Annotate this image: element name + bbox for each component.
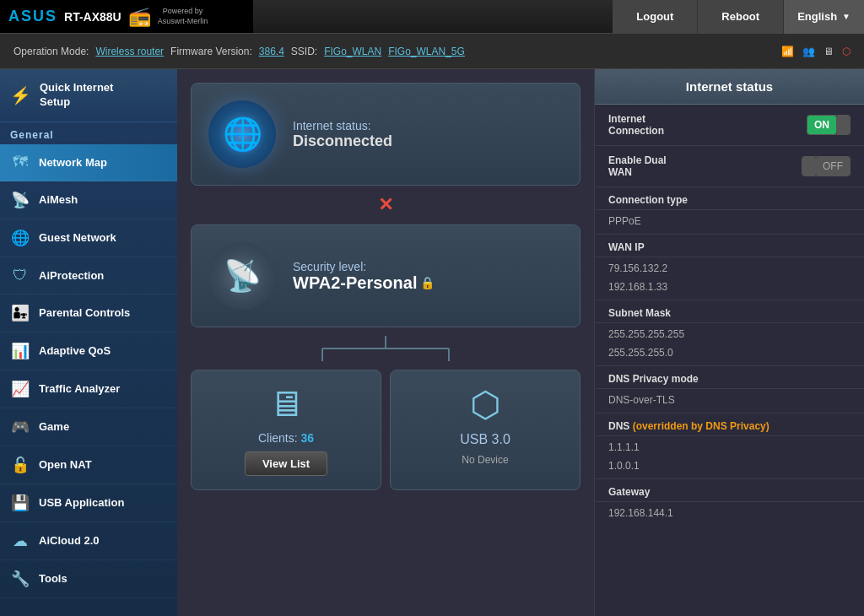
- connection-type-value: PPPoE: [595, 210, 864, 235]
- dual-wan-slider: [802, 157, 816, 176]
- sidebar-item-aicloud[interactable]: ☁ AiCloud 2.0: [0, 522, 177, 560]
- dns-label-row: DNS (overridden by DNS Privacy): [595, 413, 864, 436]
- firmware-label: Firmware Version:: [170, 46, 252, 57]
- sidebar-item-guest-network[interactable]: 🌐 Guest Network: [0, 219, 177, 257]
- display-icon: 🖥: [824, 46, 834, 57]
- usb-status: No Device: [462, 454, 508, 466]
- dns-override-note: (overridden by DNS Privacy): [633, 420, 770, 432]
- dual-wan-off-label: OFF: [816, 157, 850, 176]
- internet-status-title: Internet status: [595, 69, 864, 105]
- dns-2: 1.0.0.1: [595, 455, 864, 479]
- dns-privacy-label: DNS Privacy mode: [595, 366, 864, 389]
- wan-ip-2: 192.168.1.33: [595, 276, 864, 300]
- router-card: 📡 Security level: WPA2-Personal 🔒: [191, 224, 580, 327]
- powered-by: Powered by Asuswrt-Merlin: [158, 7, 208, 26]
- connection-type-label: Connection type: [595, 187, 864, 210]
- parental-controls-icon: 👨‍👧: [10, 304, 30, 322]
- sidebar: ⚡ Quick Internet Setup General 🗺 Network…: [0, 69, 177, 616]
- sidebar-item-game[interactable]: 🎮 Game: [0, 408, 177, 446]
- sidebar-label-tools: Tools: [39, 572, 68, 585]
- tools-icon: 🔧: [10, 570, 30, 588]
- tree-connector: [191, 336, 580, 361]
- logo-area: ASUS RT-AX88U 📻 Powered by Asuswrt-Merli…: [0, 0, 253, 33]
- internet-connection-row: Internet Connection ON: [595, 105, 864, 146]
- sidebar-item-adaptive-qos[interactable]: 📊 Adaptive QoS: [0, 332, 177, 370]
- router-icon: 📻: [128, 6, 151, 28]
- guest-network-icon: 🌐: [10, 229, 30, 247]
- header: ASUS RT-AX88U 📻 Powered by Asuswrt-Merli…: [0, 0, 864, 34]
- dns-privacy-value: DNS-over-TLS: [595, 389, 864, 413]
- clients-label: Clients:: [258, 431, 298, 445]
- chevron-down-icon: ▼: [842, 12, 850, 21]
- reboot-button[interactable]: Reboot: [698, 0, 784, 34]
- sidebar-item-aiprotection[interactable]: 🛡 AiProtection: [0, 257, 177, 294]
- sidebar-item-usb-application[interactable]: 💾 USB Application: [0, 484, 177, 522]
- internet-globe-icon: 🌐: [208, 100, 276, 168]
- main: ⚡ Quick Internet Setup General 🗺 Network…: [0, 69, 864, 616]
- sidebar-label-network-map: Network Map: [39, 156, 107, 169]
- status-icons: 📶 👥 🖥 ⬡: [781, 46, 850, 57]
- usb-status-icon: ⬡: [842, 46, 850, 57]
- security-value: WPA2-Personal: [293, 273, 417, 293]
- bottom-cards: 🖥 Clients: 36 View List ⬡ USB 3.0 No Dev…: [191, 370, 580, 490]
- traffic-analyzer-icon: 📈: [10, 380, 30, 398]
- subnet-1: 255.255.255.255: [595, 323, 864, 342]
- sidebar-label-guest-network: Guest Network: [39, 231, 116, 244]
- usb-card: ⬡ USB 3.0 No Device: [390, 370, 580, 490]
- quick-setup-label: Quick Internet Setup: [40, 81, 113, 110]
- dual-wan-toggle[interactable]: OFF: [802, 156, 850, 176]
- toggle-slider: [836, 116, 850, 134]
- router-info: Security level: WPA2-Personal 🔒: [293, 260, 563, 293]
- model-name: RT-AX88U: [64, 10, 122, 24]
- dns-1: 1.1.1.1: [595, 436, 864, 455]
- operation-mode-value[interactable]: Wireless router: [95, 46, 164, 57]
- sidebar-label-game: Game: [39, 420, 69, 433]
- usb-icon: ⬡: [470, 384, 501, 425]
- logout-button[interactable]: Logout: [613, 0, 698, 34]
- network-map-area: 🌐 Internet status: Disconnected ✕ 📡 Secu…: [177, 69, 594, 616]
- internet-connection-toggle[interactable]: ON: [807, 115, 850, 135]
- sidebar-item-aimesh[interactable]: 📡 AiMesh: [0, 181, 177, 219]
- users-icon: 👥: [802, 46, 815, 57]
- sidebar-label-aimesh: AiMesh: [39, 193, 78, 206]
- dual-wan-row: Enable Dual WAN OFF: [595, 146, 864, 187]
- subnet-mask-label: Subnet Mask: [595, 300, 864, 323]
- internet-connection-label: Internet Connection: [608, 113, 798, 137]
- sidebar-item-tools[interactable]: 🔧 Tools: [0, 560, 177, 598]
- router-icon: 📡: [208, 242, 276, 310]
- header-buttons: Logout Reboot English ▼: [613, 0, 864, 34]
- sidebar-label-traffic-analyzer: Traffic Analyzer: [39, 382, 120, 395]
- content-area: 🌐 Internet status: Disconnected ✕ 📡 Secu…: [177, 69, 864, 616]
- wan-ip-1: 79.156.132.2: [595, 257, 864, 276]
- quick-setup-icon: ⚡: [10, 85, 31, 105]
- aicloud-icon: ☁: [10, 532, 30, 550]
- adaptive-qos-icon: 📊: [10, 342, 30, 360]
- toggle-on-label: ON: [807, 116, 836, 134]
- internet-card: 🌐 Internet status: Disconnected: [191, 83, 580, 186]
- aiprotection-icon: 🛡: [10, 267, 30, 284]
- sidebar-label-aiprotection: AiProtection: [39, 269, 104, 282]
- ssid2[interactable]: FIGo_WLAN_5G: [388, 46, 465, 57]
- dual-wan-label: Enable Dual WAN: [608, 154, 793, 178]
- quick-setup-item[interactable]: ⚡ Quick Internet Setup: [0, 69, 177, 122]
- wan-ip-label: WAN IP: [595, 235, 864, 257]
- internet-status-label: Internet status:: [293, 119, 563, 132]
- firmware-value[interactable]: 386.4: [259, 46, 284, 57]
- security-label: Security level:: [293, 260, 563, 273]
- clients-number: 36: [301, 431, 315, 445]
- language-button[interactable]: English ▼: [784, 0, 864, 34]
- usb-label: USB 3.0: [460, 432, 510, 447]
- dns-label: DNS: [608, 420, 629, 432]
- sidebar-item-parental-controls[interactable]: 👨‍👧 Parental Controls: [0, 294, 177, 332]
- subnet-2: 255.255.255.0: [595, 342, 864, 366]
- sidebar-item-network-map[interactable]: 🗺 Network Map: [0, 144, 177, 181]
- ssid1[interactable]: FIGo_WLAN: [324, 46, 381, 57]
- sidebar-item-traffic-analyzer[interactable]: 📈 Traffic Analyzer: [0, 370, 177, 408]
- sidebar-item-open-nat[interactable]: 🔓 Open NAT: [0, 446, 177, 484]
- statusbar: Operation Mode: Wireless router Firmware…: [0, 34, 864, 69]
- sidebar-label-parental-controls: Parental Controls: [39, 306, 130, 319]
- gateway-value: 192.168.144.1: [595, 502, 864, 521]
- language-label: English: [797, 10, 837, 23]
- ssid-label: SSID:: [291, 46, 317, 57]
- view-list-button[interactable]: View List: [245, 451, 327, 476]
